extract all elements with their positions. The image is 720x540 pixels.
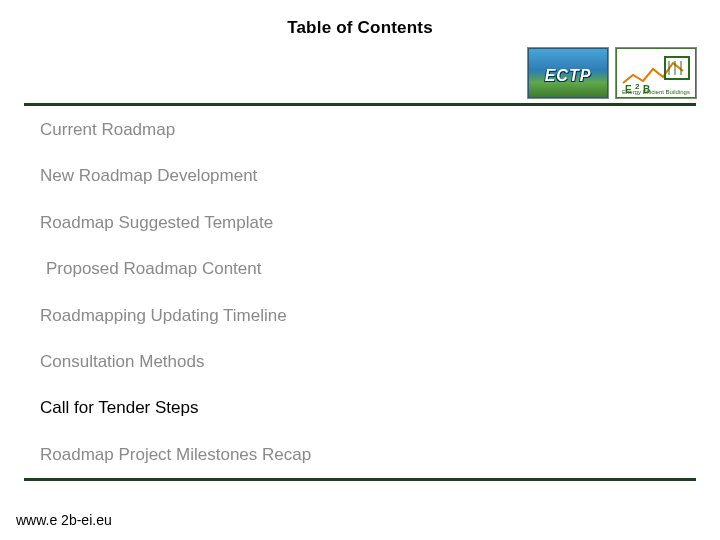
- divider-bottom: [24, 478, 696, 481]
- toc-item[interactable]: New Roadmap Development: [40, 166, 680, 186]
- toc-item[interactable]: Roadmap Suggested Template: [40, 213, 680, 233]
- divider-top: [24, 103, 696, 106]
- toc-list: Current Roadmap New Roadmap Development …: [40, 120, 680, 491]
- page-title: Table of Contents: [0, 18, 720, 38]
- ectp-logo: ECTP: [528, 48, 608, 98]
- toc-item-active[interactable]: Call for Tender Steps: [40, 398, 680, 418]
- logo-e2b-box: E 2 B Energy Efficient Buildings: [616, 48, 696, 98]
- logo-ectp-box: ECTP: [528, 48, 608, 98]
- ectp-logo-text: ECTP: [529, 67, 607, 85]
- footer-url: www.e 2b-ei.eu: [16, 512, 112, 528]
- toc-item[interactable]: Roadmap Project Milestones Recap: [40, 445, 680, 465]
- toc-item[interactable]: Current Roadmap: [40, 120, 680, 140]
- e2b-logo: E 2 B Energy Efficient Buildings: [616, 48, 696, 98]
- e2b-logo-caption: Energy Efficient Buildings: [617, 89, 695, 95]
- toc-item[interactable]: Consultation Methods: [40, 352, 680, 372]
- toc-item[interactable]: Proposed Roadmap Content: [46, 259, 680, 279]
- logo-bar: ECTP E 2 B Energy Efficient Buildings: [528, 48, 696, 98]
- toc-item[interactable]: Roadmapping Updating Timeline: [40, 306, 680, 326]
